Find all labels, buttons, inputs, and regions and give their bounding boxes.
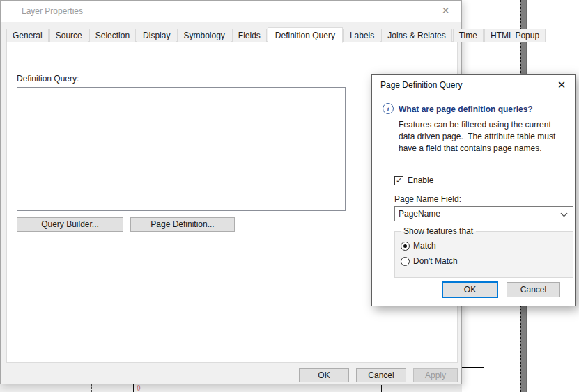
help-heading: What are page definition queries?: [399, 104, 533, 114]
screen: ⟨⟩ Layer Properties ✕ General Source Sel…: [0, 0, 579, 392]
tab-joins-relates[interactable]: Joins & Relates: [381, 29, 451, 42]
close-icon[interactable]: ✕: [554, 77, 569, 93]
cancel-button[interactable]: Cancel: [507, 282, 560, 297]
enable-checkbox[interactable]: ✓: [394, 176, 403, 185]
help-body-line: have a field that contains page names.: [399, 143, 574, 155]
enable-checkbox-row: ✓ Enable: [394, 175, 433, 185]
dont-match-radio[interactable]: [401, 257, 410, 266]
match-radio[interactable]: [401, 242, 410, 251]
show-features-groupbox: Show features that Match Don't Match: [394, 226, 573, 278]
chevron-down-icon[interactable]: [561, 210, 568, 217]
tab-general[interactable]: General: [6, 29, 49, 42]
page-definition-button[interactable]: Page Definition...: [130, 217, 235, 232]
ok-button[interactable]: OK: [442, 281, 498, 298]
layer-properties-titlebar: Layer Properties ✕: [1, 1, 461, 22]
page-definition-query-dialog: Page Definition Query ✕ i What are page …: [371, 74, 576, 306]
window-bottom-shadow: [0, 384, 462, 392]
page-definition-query-title: Page Definition Query: [380, 75, 462, 95]
show-features-label: Show features that: [401, 226, 476, 236]
help-body-line: data driven page. The attribute table mu…: [399, 131, 574, 143]
map-horizontal-line: [461, 367, 484, 368]
tab-source[interactable]: Source: [49, 29, 88, 42]
page-name-field-label: Page Name Field:: [394, 194, 461, 204]
query-builder-button[interactable]: Query Builder...: [17, 217, 123, 232]
help-body-line: Features can be filtered using the curre…: [399, 119, 574, 131]
match-radio-label: Match: [413, 241, 436, 251]
map-vertical-line: [133, 384, 134, 392]
tab-time[interactable]: Time: [453, 29, 484, 42]
definition-query-label: Definition Query:: [17, 74, 79, 84]
map-dashed-line: [91, 384, 92, 392]
definition-query-input[interactable]: [17, 87, 346, 211]
cancel-button[interactable]: Cancel: [356, 368, 406, 382]
tab-definition-query[interactable]: Definition Query: [268, 27, 343, 43]
tab-labels[interactable]: Labels: [343, 29, 380, 42]
tab-display[interactable]: Display: [137, 29, 176, 42]
map-vertical-line-2: [381, 385, 382, 392]
tab-fields[interactable]: Fields: [232, 29, 267, 42]
enable-label: Enable: [408, 175, 433, 185]
tab-selection[interactable]: Selection: [89, 29, 136, 42]
radio-row-dont-match: Don't Match: [401, 256, 569, 267]
info-icon: i: [383, 103, 394, 114]
map-symbol-fragment: ⟨⟩: [137, 384, 140, 391]
tab-symbology[interactable]: Symbology: [177, 29, 231, 42]
radio-row-match: Match: [401, 240, 569, 251]
page-name-field-combobox[interactable]: PageName: [394, 206, 573, 221]
layer-properties-tab-strip: General Source Selection Display Symbolo…: [6, 26, 546, 42]
ok-button[interactable]: OK: [299, 368, 349, 382]
dont-match-radio-label: Don't Match: [413, 256, 458, 266]
apply-button-disabled: Apply: [413, 368, 458, 382]
layer-properties-title: Layer Properties: [22, 1, 83, 22]
tab-html-popup[interactable]: HTML Popup: [484, 29, 546, 42]
close-icon[interactable]: ✕: [430, 1, 461, 21]
help-body: Features can be filtered using the curre…: [399, 119, 574, 155]
page-name-field-value: PageName: [399, 209, 440, 219]
